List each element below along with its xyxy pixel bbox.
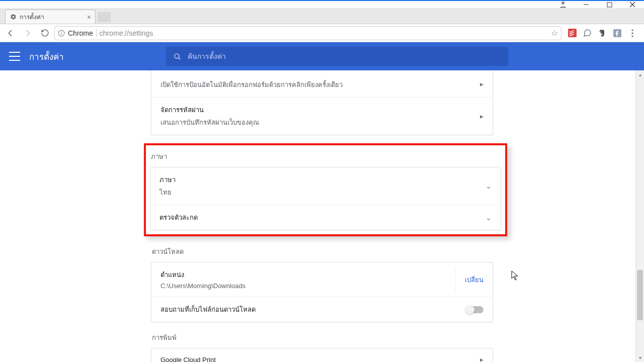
- gear-icon: [10, 14, 17, 21]
- omnibox[interactable]: Chrome chrome://settings ☆: [54, 26, 561, 40]
- search-icon: [173, 52, 182, 61]
- chevron-right-icon: ▸: [480, 112, 484, 120]
- row-autofill[interactable]: เปิดใช้การป้อนอัตโนมัติเพื่อกรอกฟอร์มด้ว…: [151, 70, 493, 97]
- omnibox-separator: [96, 29, 97, 37]
- chevron-down-icon: ⌄: [486, 214, 492, 222]
- highlight-box: ภาษา ภาษา ไทย ⌄ ตรวจตัวสะกด ⌄: [144, 143, 507, 236]
- svg-rect-2: [607, 3, 612, 7]
- tab-strip: การตั้งค่า ×: [0, 8, 644, 24]
- svg-point-0: [561, 2, 565, 5]
- row-passwords-sub: เสนอการบันทึกรหัสผ่านเว็บของคุณ: [160, 117, 480, 128]
- menu-icon[interactable]: [9, 52, 20, 61]
- svg-point-11: [631, 32, 633, 34]
- settings-title: การตั้งค่า: [29, 50, 64, 63]
- svg-line-14: [179, 57, 180, 59]
- forward-button[interactable]: [20, 26, 35, 41]
- ask-before-download-toggle[interactable]: [466, 306, 484, 313]
- svg-rect-6: [61, 32, 61, 34]
- settings-body: เปิดใช้การป้อนอัตโนมัติเพื่อกรอกฟอร์มด้ว…: [0, 70, 644, 362]
- svg-point-12: [631, 35, 633, 37]
- row-download-location: ตำแหน่ง C:\Users\Morning\Downloads เปลี่…: [151, 262, 493, 297]
- download-location-value: C:\Users\Morning\Downloads: [160, 282, 455, 290]
- extension-icons: [564, 29, 641, 38]
- download-change-button[interactable]: เปลี่ยน: [455, 267, 493, 292]
- window-minimize-button[interactable]: [575, 1, 598, 8]
- back-button[interactable]: [3, 26, 18, 41]
- tab-title: การตั้งค่า: [20, 12, 84, 22]
- settings-search-placeholder: ค้นการตั้งค่า: [188, 51, 226, 62]
- settings-search[interactable]: ค้นการตั้งค่า: [166, 47, 508, 66]
- section-label-language: ภาษา: [151, 151, 501, 162]
- scroll-down-icon[interactable]: ▾: [636, 353, 644, 362]
- svg-point-10: [631, 29, 633, 31]
- row-spellcheck[interactable]: ตรวจตัวสะกด ⌄: [150, 205, 501, 230]
- bookmark-star-icon[interactable]: ☆: [551, 28, 558, 38]
- scrollbar[interactable]: ▴ ▾: [635, 70, 644, 362]
- row-language-sub: ไทย: [159, 187, 486, 198]
- section-label-downloads: ดาวน์โหลด: [152, 246, 493, 257]
- card-downloads: ตำแหน่ง C:\Users\Morning\Downloads เปลี่…: [151, 262, 493, 322]
- row-language-title: ภาษา: [159, 174, 486, 185]
- chevron-right-icon: ▸: [480, 80, 484, 88]
- address-bar: Chrome chrome://settings ☆: [0, 24, 644, 42]
- card-people: เปิดใช้การป้อนอัตโนมัติเพื่อกรอกฟอร์มด้ว…: [151, 70, 493, 135]
- chevron-down-icon: ⌄: [486, 182, 492, 190]
- row-autofill-sub: เปิดใช้การป้อนอัตโนมัติเพื่อกรอกฟอร์มด้ว…: [160, 79, 480, 90]
- svg-rect-7: [61, 31, 61, 32]
- extension-facebook-icon[interactable]: [613, 29, 622, 38]
- omnibox-url: chrome://settings: [100, 29, 548, 37]
- row-passwords[interactable]: จัดการรหัสผ่าน เสนอการบันทึกรหัสผ่านเว็บ…: [151, 97, 493, 135]
- cloud-print-label: Google Cloud Print: [160, 356, 480, 363]
- chrome-menu-icon[interactable]: [628, 29, 637, 38]
- row-passwords-title: จัดการรหัสผ่าน: [160, 105, 480, 115]
- window-maximize-button[interactable]: [598, 1, 621, 8]
- chevron-right-icon: ▸: [480, 355, 484, 362]
- omnibox-origin: Chrome: [68, 29, 93, 37]
- scroll-up-icon[interactable]: ▴: [636, 70, 644, 79]
- row-cloud-print[interactable]: Google Cloud Print ▸: [151, 348, 493, 362]
- scroll-thumb[interactable]: [637, 270, 643, 320]
- card-printing: Google Cloud Print ▸: [151, 348, 493, 362]
- reload-button[interactable]: [37, 26, 52, 41]
- ask-before-download-label: สอบถามที่เก็บไฟล์ก่อนดาวน์โหลด: [160, 304, 466, 315]
- tab-close-icon[interactable]: ×: [87, 13, 91, 21]
- site-info-icon[interactable]: [58, 30, 65, 37]
- download-location-label: ตำแหน่ง: [160, 269, 455, 280]
- section-label-printing: การพิมพ์: [152, 332, 493, 343]
- extension-evernote-icon[interactable]: [598, 29, 607, 38]
- settings-header: การตั้งค่า ค้นการตั้งค่า: [0, 42, 644, 70]
- tab-settings[interactable]: การตั้งค่า ×: [5, 10, 96, 24]
- svg-point-13: [175, 53, 179, 58]
- row-language[interactable]: ภาษา ไทย ⌄: [150, 167, 501, 205]
- card-language: ภาษา ไทย ⌄ ตรวจตัวสะกด ⌄: [150, 167, 501, 230]
- new-tab-button[interactable]: [98, 12, 111, 22]
- extension-chat-icon[interactable]: [583, 29, 592, 38]
- row-spellcheck-title: ตรวจตัวสะกด: [159, 212, 486, 223]
- extension-todoist-icon[interactable]: [568, 29, 577, 38]
- mouse-cursor-icon: [511, 270, 518, 281]
- row-ask-before-download[interactable]: สอบถามที่เก็บไฟล์ก่อนดาวน์โหลด: [151, 297, 493, 322]
- window-titlebar: [0, 0, 644, 8]
- window-close-button[interactable]: [621, 1, 644, 8]
